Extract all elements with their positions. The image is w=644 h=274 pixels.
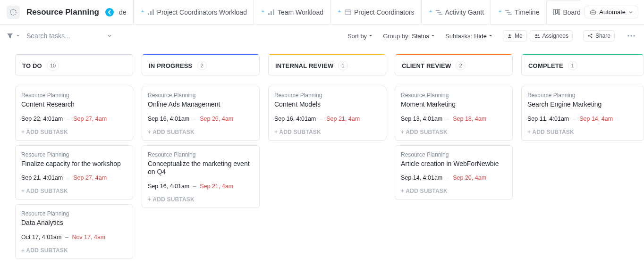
add-subtask-button[interactable]: + ADD SUBTASK <box>21 188 127 194</box>
svg-rect-15 <box>553 9 555 15</box>
group-value: Status <box>412 33 429 40</box>
view-tab[interactable]: Team Workload <box>254 0 330 24</box>
view-tab-label: Team Workload <box>278 8 323 16</box>
svg-point-22 <box>535 34 537 36</box>
column-cards: Resource Planning Search Engine Marketin… <box>521 86 644 141</box>
task-dates: Sep 13, 4:01am – Sep 18, 4am <box>401 116 507 122</box>
task-start-date: Sep 16, 4:01am <box>148 183 189 190</box>
task-breadcrumb: Resource Planning <box>148 151 254 158</box>
search-input[interactable] <box>25 32 101 40</box>
view-type-icon <box>436 9 442 15</box>
date-separator: – <box>446 174 449 181</box>
task-start-date: Sep 21, 4:01am <box>21 174 63 181</box>
svg-rect-8 <box>345 10 351 15</box>
caret-down-icon <box>489 34 492 38</box>
task-start-date: Oct 17, 4:01am <box>21 234 61 241</box>
topbar-right: Automate <box>585 6 644 18</box>
task-card[interactable]: Resource Planning Moment Marketing Sep 1… <box>395 86 513 141</box>
task-title: Moment Marketing <box>401 100 507 109</box>
date-separator: – <box>446 116 449 122</box>
add-subtask-button[interactable]: + ADD SUBTASK <box>274 129 380 135</box>
svg-rect-12 <box>505 10 509 11</box>
task-dates: Sep 21, 4:01am – Sep 27, 4am <box>21 174 127 181</box>
column-header[interactable]: COMPLETE 1 <box>521 54 644 75</box>
task-dates: Sep 11, 4:01am – Sep 14, 4am <box>527 116 638 122</box>
svg-point-23 <box>537 34 539 36</box>
view-tab[interactable]: Project Coordinators Workload <box>134 0 254 24</box>
column-count-badge: 1 <box>338 61 347 70</box>
me-label: Me <box>515 33 523 39</box>
automate-button[interactable]: Automate <box>585 6 638 18</box>
task-dates: Oct 17, 4:01am – Nov 17, 4am <box>21 234 127 241</box>
share-button[interactable]: Share <box>583 30 615 42</box>
more-options-button[interactable] <box>625 30 637 42</box>
add-subtask-button[interactable]: + ADD SUBTASK <box>148 196 254 203</box>
column-header[interactable]: TO DO 10 <box>15 54 133 75</box>
task-due-date: Sep 18, 4am <box>453 116 486 122</box>
topbar: Resource Planning de Project Coordinator… <box>0 0 644 25</box>
task-card[interactable]: Resource Planning Data Analytics Oct 17,… <box>15 204 133 259</box>
task-breadcrumb: Resource Planning <box>527 92 638 99</box>
view-tab-label: Project Coordinators Workload <box>157 8 247 16</box>
task-due-date: Sep 21, 4am <box>200 183 233 190</box>
column-header[interactable]: CLIENT REVIEW 2 <box>395 54 513 75</box>
column-cards: Resource Planning Content Research Sep 2… <box>15 86 133 259</box>
add-subtask-button[interactable]: + ADD SUBTASK <box>401 129 507 135</box>
column-header[interactable]: INTERNAL REVIEW 1 <box>268 54 386 75</box>
sort-by-button[interactable]: Sort by <box>347 33 373 40</box>
date-separator: – <box>193 116 196 122</box>
chevron-down-icon <box>628 10 633 15</box>
view-options: Sort by Group by: Status Subtasks: Hide … <box>347 30 637 42</box>
task-breadcrumb: Resource Planning <box>401 151 507 158</box>
view-type-icon <box>345 9 351 15</box>
view-type-icon <box>268 9 275 15</box>
sort-label: Sort by <box>347 33 367 40</box>
svg-rect-14 <box>508 14 512 15</box>
subtasks-button[interactable]: Subtasks: Hide <box>445 33 492 40</box>
svg-rect-16 <box>556 9 558 13</box>
board-column: TO DO 10 Resource Planning Content Resea… <box>15 54 133 259</box>
task-card[interactable]: Resource Planning Content Models Sep 16,… <box>268 86 386 141</box>
assignees-filter-button[interactable]: Assignees <box>530 30 573 42</box>
filter-button[interactable] <box>7 33 20 39</box>
subtasks-label: Subtasks: <box>445 33 472 40</box>
add-subtask-button[interactable]: + ADD SUBTASK <box>401 188 507 194</box>
task-card[interactable]: Resource Planning Online Ads Management … <box>142 86 260 141</box>
svg-rect-9 <box>436 10 440 11</box>
column-header[interactable]: IN PROGRESS 2 <box>142 54 260 75</box>
toolbar: Sort by Group by: Status Subtasks: Hide … <box>0 25 644 47</box>
svg-point-26 <box>591 37 593 38</box>
task-breadcrumb: Resource Planning <box>21 92 127 99</box>
add-subtask-button[interactable]: + ADD SUBTASK <box>148 129 254 135</box>
view-tab[interactable]: Project Coordinators <box>330 0 422 24</box>
group-by-button[interactable]: Group by: Status <box>383 33 435 40</box>
task-card[interactable]: Resource Planning Search Engine Marketin… <box>521 86 644 141</box>
view-tab[interactable]: Board <box>546 0 581 24</box>
view-tab[interactable]: Activity Gantt <box>422 0 491 24</box>
svg-point-1 <box>105 8 114 17</box>
share-icon <box>587 33 593 39</box>
task-due-date: Sep 26, 4am <box>200 116 233 122</box>
svg-point-27 <box>627 35 629 36</box>
add-subtask-button[interactable]: + ADD SUBTASK <box>527 129 638 135</box>
task-breadcrumb: Resource Planning <box>148 92 254 99</box>
subtasks-value: Hide <box>474 33 487 40</box>
task-title: Data Analytics <box>21 219 127 227</box>
task-card[interactable]: Resource Planning Article creation in We… <box>395 145 513 200</box>
add-subtask-button[interactable]: + ADD SUBTASK <box>21 129 127 135</box>
task-title: Content Models <box>274 100 380 109</box>
board-column: IN PROGRESS 2 Resource Planning Online A… <box>142 54 260 208</box>
date-separator: – <box>320 116 323 122</box>
task-due-date: Sep 27, 4am <box>73 116 107 122</box>
page-title: Resource Planning <box>26 8 99 17</box>
task-card[interactable]: Resource Planning Finalize capacity for … <box>15 145 133 200</box>
task-card[interactable]: Resource Planning Conceptualize the mark… <box>142 145 260 208</box>
views-scroll-left[interactable] <box>105 6 114 19</box>
search-options-chevron[interactable] <box>107 33 112 39</box>
view-tab-label: de <box>119 8 127 16</box>
view-tab[interactable]: Timeline <box>491 0 546 24</box>
view-tab-partial[interactable]: de <box>116 0 134 24</box>
task-card[interactable]: Resource Planning Content Research Sep 2… <box>15 86 133 141</box>
me-filter-button[interactable]: Me <box>503 30 527 42</box>
add-subtask-button[interactable]: + ADD SUBTASK <box>21 247 127 254</box>
